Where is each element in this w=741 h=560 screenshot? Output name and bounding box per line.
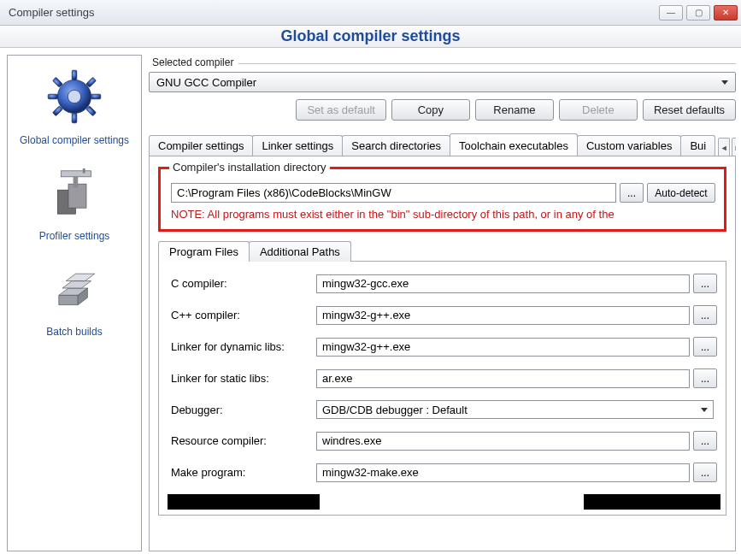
- make-label: Make program:: [171, 466, 316, 479]
- browse-res-compiler-button[interactable]: ...: [693, 431, 717, 451]
- page-title: Global compiler settings: [280, 27, 460, 45]
- svg-marker-19: [66, 274, 95, 280]
- redacted-block-right: [584, 494, 720, 510]
- sidebar-item-label: Global compiler settings: [20, 134, 129, 146]
- c-compiler-input[interactable]: mingw32-gcc.exe: [316, 274, 690, 293]
- sidebar-item-profiler[interactable]: Profiler settings: [9, 155, 139, 251]
- linker-stat-input[interactable]: ar.exe: [316, 369, 690, 388]
- browse-make-button[interactable]: ...: [693, 463, 717, 482]
- install-path-input[interactable]: C:\Program Files (x86)\CodeBlocks\MinGW: [171, 183, 616, 203]
- svg-rect-4: [91, 94, 101, 99]
- programs-subtabs: Program Files Additional Paths: [158, 240, 726, 262]
- svg-rect-3: [48, 94, 57, 99]
- tab-scroll-left-button[interactable]: ◄: [718, 138, 730, 156]
- browse-c-compiler-button[interactable]: ...: [693, 274, 717, 293]
- tab-build-options-truncated[interactable]: Bui: [680, 135, 715, 156]
- svg-rect-2: [72, 114, 77, 123]
- window-minimize-button[interactable]: —: [659, 5, 683, 21]
- browse-cpp-compiler-button[interactable]: ...: [693, 305, 717, 325]
- window-title: Compiler settings: [9, 6, 656, 19]
- svg-rect-13: [74, 177, 79, 188]
- tab-linker-settings[interactable]: Linker settings: [252, 135, 343, 156]
- linker-dyn-label: Linker for dynamic libs:: [171, 340, 316, 353]
- svg-rect-6: [86, 106, 97, 116]
- install-note-text: NOTE: All programs must exist either in …: [171, 208, 715, 221]
- sidebar-item-label: Profiler settings: [39, 230, 110, 242]
- window-titlebar: Compiler settings — ▢ ✕: [0, 0, 741, 26]
- browse-install-path-button[interactable]: ...: [620, 183, 644, 203]
- delete-button[interactable]: Delete: [559, 99, 638, 121]
- gear-icon: [40, 62, 109, 131]
- tab-search-directories[interactable]: Search directories: [342, 135, 450, 156]
- tab-custom-variables[interactable]: Custom variables: [577, 135, 681, 156]
- debugger-select[interactable]: GDB/CDB debugger : Default: [316, 400, 714, 419]
- page-header: Global compiler settings: [0, 26, 741, 48]
- svg-marker-16: [59, 295, 78, 304]
- batch-icon: [40, 254, 109, 322]
- browse-linker-stat-button[interactable]: ...: [693, 368, 717, 388]
- tab-scroll-right-button[interactable]: ►: [732, 138, 736, 156]
- cpp-compiler-input[interactable]: mingw32-g++.exe: [316, 306, 690, 325]
- sidebar-item-batch[interactable]: Batch builds: [9, 251, 139, 346]
- copy-button[interactable]: Copy: [391, 99, 470, 121]
- sidebar-item-compiler[interactable]: Global compiler settings: [9, 59, 139, 155]
- program-files-pane: C compiler: mingw32-gcc.exe ... C++ comp…: [158, 262, 726, 516]
- auto-detect-button[interactable]: Auto-detect: [647, 183, 715, 203]
- tab-compiler-settings[interactable]: Compiler settings: [149, 135, 253, 156]
- make-input[interactable]: mingw32-make.exe: [316, 463, 690, 482]
- linker-dyn-input[interactable]: mingw32-g++.exe: [316, 338, 690, 357]
- redacted-block-left: [168, 494, 320, 510]
- tab-toolchain-executables[interactable]: Toolchain executables: [450, 133, 578, 156]
- subtab-program-files[interactable]: Program Files: [158, 241, 250, 262]
- c-compiler-label: C compiler:: [171, 277, 316, 290]
- cpp-compiler-label: C++ compiler:: [171, 309, 316, 321]
- subtab-additional-paths[interactable]: Additional Paths: [249, 241, 351, 262]
- res-compiler-label: Resource compiler:: [171, 434, 316, 447]
- svg-rect-12: [62, 171, 91, 177]
- toolchain-tab-pane: Compiler's installation directory C:\Pro…: [149, 156, 736, 551]
- linker-stat-label: Linker for static libs:: [171, 372, 316, 385]
- install-directory-legend: Compiler's installation directory: [169, 161, 330, 174]
- divider: [238, 63, 736, 64]
- compiler-select-value: GNU GCC Compiler: [156, 76, 256, 89]
- set-default-button[interactable]: Set as default: [296, 99, 386, 121]
- res-compiler-input[interactable]: windres.exe: [316, 432, 690, 451]
- reset-defaults-button[interactable]: Reset defaults: [643, 99, 736, 121]
- rename-button[interactable]: Rename: [475, 99, 554, 121]
- category-sidebar: Global compiler settings Profiler settin…: [7, 55, 142, 551]
- svg-rect-7: [86, 77, 97, 87]
- sidebar-item-label: Batch builds: [46, 326, 102, 338]
- install-directory-group: Compiler's installation directory C:\Pro…: [158, 167, 726, 232]
- svg-marker-18: [62, 281, 91, 288]
- compiler-select[interactable]: GNU GCC Compiler: [149, 72, 736, 92]
- svg-rect-5: [52, 77, 62, 87]
- svg-point-9: [68, 90, 80, 103]
- svg-rect-1: [72, 70, 77, 80]
- main-tabstrip: Compiler settings Linker settings Search…: [149, 133, 736, 156]
- profiler-icon: [40, 158, 109, 227]
- browse-linker-dyn-button[interactable]: ...: [693, 337, 717, 357]
- window-maximize-button[interactable]: ▢: [686, 5, 710, 21]
- svg-rect-8: [52, 106, 62, 116]
- debugger-label: Debugger:: [171, 404, 316, 416]
- selected-compiler-label: Selected compiler: [152, 56, 233, 68]
- window-close-button[interactable]: ✕: [714, 5, 738, 21]
- svg-rect-14: [83, 168, 85, 174]
